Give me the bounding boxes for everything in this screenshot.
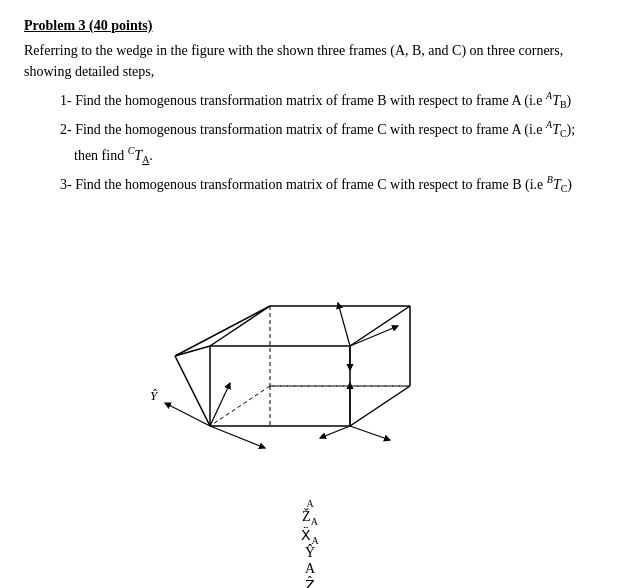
svg-line-16	[175, 306, 270, 356]
step-1-num: 1-	[60, 93, 72, 108]
intro-text: Referring to the wedge in the figure wit…	[24, 40, 596, 82]
ya-label: Ŷ	[150, 388, 159, 403]
wedge-diagram: Ŷ	[120, 208, 500, 498]
svg-line-21	[350, 426, 390, 440]
step-2: 2- Find the homogenous transformation ma…	[60, 117, 596, 168]
svg-line-9	[350, 306, 410, 346]
xa-label: ẌA	[301, 527, 318, 546]
svg-line-19	[210, 426, 265, 448]
svg-line-15	[175, 356, 210, 426]
problem-title: Problem 3 (40 points)	[24, 18, 596, 34]
svg-line-18	[210, 383, 230, 426]
svg-line-3	[350, 386, 410, 426]
step-3-num: 3-	[60, 177, 72, 192]
svg-line-24	[350, 326, 398, 346]
step-3: 3- Find the homogenous transformation ma…	[60, 172, 596, 197]
svg-line-20	[320, 426, 350, 438]
step-2-num: 2-	[60, 122, 72, 137]
svg-line-23	[338, 303, 350, 346]
figure-area: ŶA ŽA ẌA Ŷ A Ẑ A X̂ A X̂ B Ŷ B Ẑ B Ŷ C Ẑ…	[24, 208, 596, 588]
svg-line-11	[210, 306, 270, 346]
step-1: 1- Find the homogenous transformation ma…	[60, 88, 596, 113]
svg-line-17	[165, 403, 210, 426]
za-label: ŽA	[302, 509, 318, 527]
